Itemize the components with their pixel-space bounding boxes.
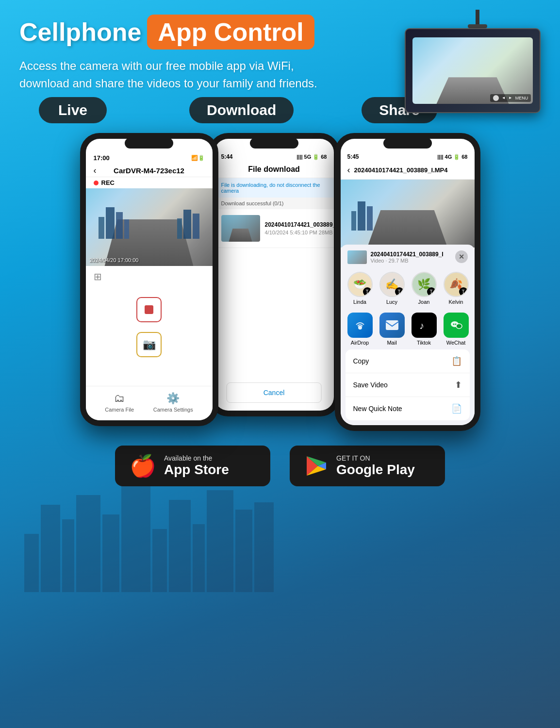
phone1-signal-icons: 📶🔋 (191, 155, 205, 161)
apple-store-btn[interactable]: 🍎 Available on the App Store (115, 446, 270, 486)
phone2-title: File download (214, 163, 334, 178)
phone3-app-tiktok[interactable]: ♪ Tiktok (412, 313, 437, 346)
tiktok-badge-kelvin: T (459, 287, 468, 296)
copy-icon: 📋 (451, 356, 462, 366)
live-label: Live (39, 97, 107, 123)
phone3-time: 5:45 (347, 153, 359, 160)
mail-icon (385, 320, 399, 331)
wechat-label: WeChat (446, 340, 466, 346)
phone2-signal: |||| 5G 🔋 68 (296, 154, 327, 160)
phone2-downloading-msg: File is downloading, do not disconnect t… (214, 178, 334, 198)
phone1-screen: 17:00 📶🔋 ‹ CarDVR-M4-723ec12 REC (86, 139, 213, 420)
tiktok-icon: ♪ (417, 318, 431, 332)
google-play-icon (304, 454, 329, 478)
phone3-save-video-action[interactable]: Save Video ⬆ (346, 373, 470, 397)
phone1-settings-nav[interactable]: ⚙️ Camera Settings (153, 392, 193, 413)
phone1-record-btn[interactable] (136, 297, 162, 322)
svg-point-5 (453, 324, 454, 325)
phone3-network: 4G (445, 154, 452, 160)
contact-joan-name: Joan (418, 299, 430, 305)
copy-label: Copy (353, 357, 369, 365)
contact-joan-avatar: 🌿 T (412, 272, 437, 297)
phone1-nav-bar: ‹ CarDVR-M4-723ec12 (86, 165, 213, 177)
settings-label: Camera Settings (153, 407, 193, 413)
apple-icon: 🍎 (130, 453, 156, 479)
phone2-file-meta: 4/10/2024 5:45:10 PM 28MB (265, 230, 334, 235)
phone2-file-info: 20240410174421_003889_I.MP4 4/10/2024 5:… (265, 221, 334, 235)
contact-lucy-avatar: ✍️ T (379, 272, 405, 297)
phone3-share-file-name: 20240410174421_003889_I (371, 251, 444, 258)
phone3-contacts-row: 🥗 T Linda ✍️ T Lucy (341, 268, 475, 311)
svg-point-0 (358, 326, 362, 330)
phone3-notch (383, 138, 432, 149)
phone1-timestamp: 2024/04/20 17:00:00 (90, 257, 139, 263)
phone3-screen: 5:45 |||| 4G 🔋 68 ‹ 20240410174421_00388… (341, 139, 475, 425)
new-note-icon: 📄 (451, 403, 462, 414)
svg-point-6 (455, 324, 456, 325)
phone3-close-share-btn[interactable]: ✕ (455, 250, 468, 263)
phone2-success-msg: Download successful (0/1) (214, 198, 334, 209)
phone3-app-wechat[interactable]: WeChat (444, 313, 469, 346)
phone1-layout-icon[interactable]: ⊞ (86, 266, 213, 287)
phone3-contact-lucy[interactable]: ✍️ T Lucy (379, 272, 405, 305)
city-background (0, 485, 560, 592)
phone3-share-thumb (347, 250, 367, 264)
phone3-contact-kelvin[interactable]: 🍂 T Kelvin (444, 272, 469, 305)
phone3-share-file-size: Video · 29.7 MB (371, 258, 444, 264)
phones-row: 17:00 📶🔋 ‹ CarDVR-M4-723ec12 REC (19, 133, 541, 431)
new-note-label: New Quick Note (353, 405, 402, 413)
phone2-notch (250, 138, 298, 149)
phone3-contact-joan[interactable]: 🌿 T Joan (412, 272, 437, 305)
phone3-new-note-action[interactable]: New Quick Note 📄 (346, 397, 470, 420)
phone3-app-airdrop[interactable]: AirDrop (347, 313, 373, 346)
phone3-back-icon[interactable]: ‹ (347, 165, 350, 175)
header-title-badge: App Control (147, 15, 314, 50)
dashcam-menu-label: MENU (515, 96, 528, 100)
contact-kelvin-name: Kelvin (449, 299, 463, 305)
contact-lucy-name: Lucy (386, 299, 397, 305)
phone1-photo-btn[interactable]: 📷 (136, 332, 162, 357)
svg-text:♪: ♪ (419, 320, 424, 331)
save-video-icon: ⬆ (455, 380, 462, 390)
contact-linda-name: Linda (353, 299, 366, 305)
phone2-cancel-btn[interactable]: Cancel (226, 382, 322, 403)
phone1-back-icon[interactable]: ‹ (94, 165, 97, 176)
phone3-signal: |||| 4G 🔋 68 (437, 154, 467, 160)
svg-rect-1 (386, 320, 398, 330)
download-label: Download (189, 97, 294, 123)
phone3-copy-action[interactable]: Copy 📋 (346, 349, 470, 373)
rec-text: REC (101, 179, 115, 186)
phone3-battery-val: 68 (461, 154, 467, 160)
phone1-camera-file-nav[interactable]: 🗂 Camera File (105, 392, 134, 413)
tiktok-badge-linda: T (363, 287, 372, 296)
phone-share: 5:45 |||| 4G 🔋 68 ‹ 20240410174421_00388… (335, 133, 480, 431)
phone-live: 17:00 📶🔋 ‹ CarDVR-M4-723ec12 REC (80, 133, 218, 426)
phone2-battery-val: 68 (321, 154, 327, 160)
phone3-apps-row: AirDrop Mail (341, 311, 475, 349)
phone1-notch (125, 138, 173, 149)
airdrop-icon (353, 318, 367, 332)
phone3-signal-bars: |||| (437, 154, 443, 160)
phone2-screen: 5:44 |||| 5G 🔋 68 File download File is … (214, 139, 334, 411)
contact-kelvin-avatar: 🍂 T (444, 272, 469, 297)
airdrop-label: AirDrop (351, 340, 369, 346)
apple-store-line1: Available on the (164, 454, 229, 462)
tiktok-label: Tiktok (417, 340, 431, 346)
phone3-share-file-info: 20240410174421_003889_I Video · 29.7 MB (347, 250, 444, 264)
save-video-label: Save Video (353, 381, 388, 389)
svg-point-4 (456, 324, 462, 329)
phone2-network: 5G (304, 154, 312, 160)
phone3-nav-title: 20240410174421_003889_I.MP4 (354, 166, 468, 174)
phone1-bottom-nav: 🗂 Camera File ⚙️ Camera Settings (86, 386, 213, 420)
tiktok-badge-joan: T (427, 287, 436, 296)
google-play-btn[interactable]: GET IT ON Google Play (290, 446, 445, 486)
phone2-file-item[interactable]: 20240410174421_003889_I.MP4 4/10/2024 5:… (214, 209, 334, 248)
phone1-video-feed: 2024/04/20 17:00:00 (86, 188, 213, 266)
phone3-contact-linda[interactable]: 🥗 T Linda (347, 272, 373, 305)
main-content: ◄ ► MENU Cellphone App Control Access th… (0, 0, 560, 496)
phone3-app-mail[interactable]: Mail (379, 313, 405, 346)
wechat-icon (449, 318, 463, 332)
apple-store-line2: App Store (164, 462, 229, 478)
phone3-share-text: 20240410174421_003889_I Video · 29.7 MB (371, 251, 444, 264)
phone3-battery-icon: 🔋 (453, 154, 460, 160)
